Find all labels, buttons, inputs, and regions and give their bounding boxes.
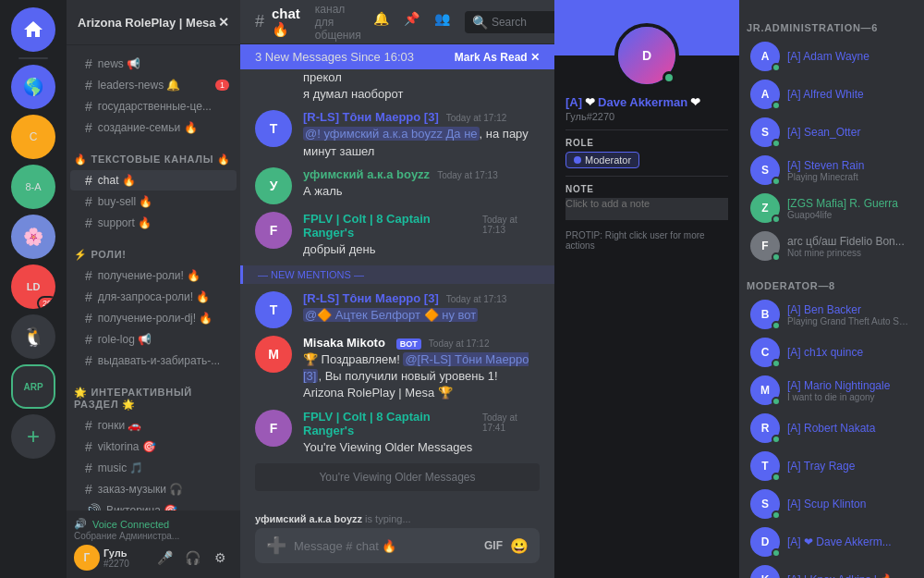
member-item[interactable]: R[A] Robert Nakata [743, 410, 920, 447]
member-item[interactable]: S[A] Scup Klinton [743, 486, 920, 523]
member-item[interactable]: S[A] Steven RainPlaying Minecraft [743, 152, 920, 189]
channel-item[interactable]: #music 🎵 [70, 458, 237, 478]
settings-button[interactable]: ⚙ [207, 545, 233, 571]
add-server-icon[interactable]: + [11, 414, 55, 459]
message-text: А жаль [303, 183, 540, 200]
server-icon-1[interactable]: 🌎 [11, 65, 55, 109]
server-icon-3[interactable]: 8-A [11, 165, 55, 209]
plus-icon[interactable]: ➕ [266, 535, 286, 556]
mark-read-button[interactable]: Mark As Read ✕ [455, 51, 540, 64]
message-content: FPLV | Colt | 8 Captain Ranger'sToday at… [303, 212, 540, 258]
server-icon-2[interactable]: C [11, 115, 55, 159]
role-badge: Moderator [565, 152, 639, 168]
author-name[interactable]: Misaka Mikoto [303, 336, 385, 350]
bot-tag: BOT [396, 338, 421, 350]
member-item[interactable]: B[A] Ben BackerPlaying Grand Theft Auto … [743, 296, 920, 333]
message-time: Today at 17:13 [437, 170, 498, 180]
channel-item[interactable]: #role-log 📢 [70, 329, 237, 350]
channel-item[interactable]: #leaders-news 🔔1 [70, 75, 237, 95]
message-avatar[interactable]: F [255, 212, 292, 249]
channel-item[interactable]: #получение-роли! 🔥 [70, 265, 237, 286]
emoji-icon[interactable]: 😀 [510, 537, 529, 555]
channel-item[interactable]: #гонки 🚗 [70, 415, 237, 436]
server-icon-6[interactable]: 🐧 [11, 314, 55, 359]
author-name[interactable]: [R-LS] Тôни Маерро [3] [303, 291, 439, 305]
member-item[interactable]: K[A] | Knox Adkins | 🔥 [743, 561, 920, 578]
channel-item[interactable]: 🔊Викторина 🎯 [70, 500, 237, 510]
message-time: Today at 17:12 [446, 113, 507, 123]
member-status-dot [772, 435, 781, 444]
mute-button[interactable]: 🎤 [152, 545, 177, 571]
author-name[interactable]: [R-LS] Тôни Маерро [3] [303, 110, 439, 124]
member-avatar-wrap: M [750, 375, 780, 405]
channel-item[interactable]: #создание-семьи 🔥 [70, 117, 237, 138]
message-time: Today at 17:41 [482, 412, 540, 433]
member-item[interactable]: S[A] Sean_Otter [743, 114, 920, 151]
deafen-button[interactable]: 🎧 [179, 545, 205, 571]
author-name[interactable]: FPLV | Colt | 8 Captain Ranger's [303, 410, 475, 437]
author-name[interactable]: уфимский а.к.а boyzz [303, 167, 430, 181]
message-group: ААцтек Белфорт 🔶Today at 17:12аполучаетс… [240, 69, 554, 106]
server-header[interactable]: Arizona RolePlay | Mesa ✕ [67, 0, 240, 45]
message-text: добрый день [303, 241, 540, 258]
member-item[interactable]: Z[ZGS Mafia] R. GuerraGuapo4life [743, 190, 920, 227]
channel-item[interactable]: #для-запроса-роли! 🔥 [70, 287, 237, 307]
message-avatar[interactable]: F [255, 410, 292, 447]
channel-item[interactable]: #заказ-музыки 🎧 [70, 479, 237, 499]
home-server-icon[interactable] [11, 7, 55, 52]
message-avatar[interactable]: T [255, 291, 292, 328]
channel-hash-icon: # [255, 12, 264, 31]
chat-input-box: ➕ GIF 😀 [255, 528, 540, 563]
member-item[interactable]: Farc цб/аш Fidelio Bon...Not mine prince… [743, 228, 920, 264]
member-item[interactable]: A[A] Adam Wayne [743, 38, 920, 75]
message-avatar[interactable]: T [255, 110, 292, 147]
member-avatar-wrap: C [750, 338, 780, 367]
profile-name: [A] ❤ Dave Akkerman ❤ [565, 95, 728, 109]
voice-status-label: Voice Connected [92, 519, 169, 530]
member-item[interactable]: A[A] Alfred White [743, 76, 920, 113]
members-icon[interactable]: 👥 [434, 11, 450, 33]
member-status-dot [772, 177, 781, 186]
voice-status: 🔊 Voice Connected [74, 518, 233, 530]
channel-icon: # [85, 56, 92, 71]
channel-item[interactable]: #support 🔥 [70, 213, 237, 233]
channel-item[interactable]: #chat 🔥 [70, 170, 237, 191]
author-name[interactable]: FPLV | Colt | 8 Captain Ranger's [303, 212, 475, 240]
search-icon: 🔍 [472, 15, 488, 30]
message-avatar[interactable]: У [255, 167, 292, 204]
member-avatar-wrap: K [750, 565, 780, 578]
member-item[interactable]: M[A] Mario NightingaleI want to die in a… [743, 372, 920, 409]
channel-icon: # [85, 120, 92, 135]
server-icon-4[interactable]: 🌸 [11, 215, 55, 259]
message-time: Today at 17:12 [429, 338, 490, 349]
message-content: уфимский а.к.а boyzzToday at 17:13А жаль [303, 167, 540, 204]
message-time: Today at 17:13 [446, 294, 507, 304]
server-icon-current[interactable]: ARP [11, 364, 55, 409]
member-status-dot [772, 548, 781, 558]
server-icon-5[interactable]: LD 29 [11, 264, 55, 309]
member-avatar: K [750, 565, 780, 578]
message-author-line: [R-LS] Тôни Маерро [3]Today at 17:12 [303, 110, 540, 124]
message-content: [R-LS] Тôни Маерро [3]Today at 17:12@! у… [303, 110, 540, 159]
channel-icon: # [85, 215, 92, 230]
member-item[interactable]: C[A] ch1x quince [743, 334, 920, 371]
message-text: @🔶 Ацтек Белфорт 🔶 ну вот [303, 307, 540, 324]
message-avatar[interactable]: M [255, 336, 292, 373]
channel-name: заказ-музыки 🎧 [98, 483, 229, 496]
member-item[interactable]: T[A] Tray Rage [743, 448, 920, 485]
channel-item[interactable]: #viktorina 🎯 [70, 437, 237, 457]
channel-item[interactable]: #выдавать-и-забирать-... [70, 350, 237, 371]
bell-icon[interactable]: 🔔 [373, 11, 389, 33]
channel-item[interactable]: #buy-sell 🔥 [70, 191, 237, 212]
channel-icon: # [85, 268, 92, 283]
gif-icon[interactable]: GIF [484, 539, 503, 552]
viewing-older-messages: You're Viewing Older Messages [255, 463, 540, 491]
message-input[interactable] [294, 539, 477, 553]
note-textarea[interactable] [565, 198, 728, 220]
channel-item[interactable]: #news 📢 [70, 54, 237, 74]
channel-item[interactable]: #государственные-це... [70, 96, 237, 117]
member-name: [A] Ben Backer [787, 303, 913, 316]
member-item[interactable]: D[A] ❤ Dave Akkerm... [743, 523, 920, 560]
channel-item[interactable]: #получение-роли-dj! 🔥 [70, 308, 237, 328]
pin-icon[interactable]: 📌 [404, 11, 419, 33]
